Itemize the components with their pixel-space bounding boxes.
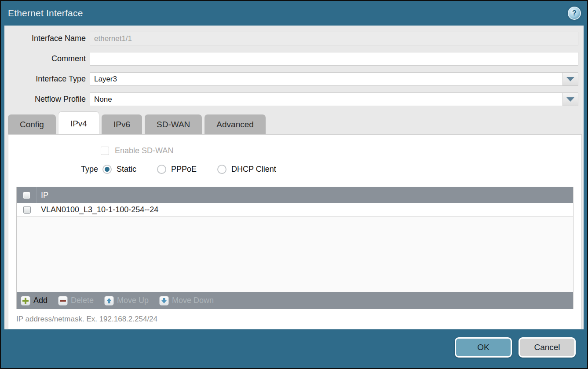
type-label: Type — [8, 165, 102, 174]
dialog-titlebar: Ethernet Interface ? — [4, 1, 584, 26]
minus-icon — [58, 296, 68, 306]
move-up-button-label: Move Up — [117, 296, 149, 305]
interface-type-row: Interface Type — [4, 72, 584, 86]
tab-config[interactable]: Config — [8, 114, 56, 134]
add-button-label: Add — [33, 296, 47, 305]
interface-name-label: Interface Name — [4, 34, 90, 43]
help-icon[interactable]: ? — [568, 7, 581, 20]
radio-static-label: Static — [117, 165, 136, 174]
comment-field[interactable] — [90, 52, 578, 66]
interface-type-field[interactable] — [90, 72, 562, 86]
cancel-button[interactable]: Cancel — [519, 337, 576, 358]
interface-type-dropdown-button[interactable] — [562, 72, 578, 86]
netflow-profile-label: Netflow Profile — [4, 95, 90, 104]
radio-button-icon — [102, 165, 112, 174]
netflow-profile-row: Netflow Profile — [4, 92, 584, 106]
tab-ipv4[interactable]: IPv4 — [58, 112, 99, 134]
radio-button-icon — [157, 165, 166, 174]
plus-icon — [21, 296, 30, 306]
comment-row: Comment — [4, 52, 584, 66]
interface-name-field — [90, 32, 578, 45]
radio-pppoe-label: PPPoE — [171, 165, 197, 174]
table-empty-area — [17, 217, 573, 292]
select-all-checkbox[interactable] — [23, 192, 30, 199]
enable-sdwan-checkbox — [101, 147, 109, 155]
ip-column-header: IP — [37, 191, 48, 200]
radio-dhcp-client[interactable]: DHCP Client — [217, 165, 276, 174]
ip-table: IP VLAN0100_L3_10-1-100-254--24 Add — [16, 187, 573, 309]
interface-type-label: Interface Type — [4, 74, 90, 84]
netflow-profile-field[interactable] — [90, 92, 562, 106]
ip-cell-value: VLAN0100_L3_10-1-100-254--24 — [37, 205, 158, 214]
ok-button[interactable]: OK — [455, 337, 512, 358]
interface-type-combobox — [90, 72, 578, 86]
ip-format-hint: IP address/netmask. Ex. 192.168.2.254/24 — [16, 315, 581, 324]
comment-label: Comment — [4, 54, 90, 63]
tab-sdwan[interactable]: SD-WAN — [145, 114, 202, 134]
tab-bar: Config IPv4 IPv6 SD-WAN Advanced — [4, 112, 584, 134]
netflow-profile-combobox — [90, 92, 578, 106]
dialog-title: Ethernet Interface — [8, 8, 83, 18]
ip-table-header: IP — [17, 187, 573, 203]
move-down-button-label: Move Down — [172, 296, 214, 305]
chevron-down-icon — [566, 77, 574, 81]
move-up-button: Move Up — [104, 296, 149, 306]
delete-button-label: Delete — [71, 296, 94, 305]
table-toolbar: Add Delete Move Up — [17, 292, 573, 309]
row-checkbox[interactable] — [23, 206, 31, 214]
radio-dhcp-client-label: DHCP Client — [231, 165, 276, 174]
delete-button: Delete — [58, 296, 94, 306]
table-row[interactable]: VLAN0100_L3_10-1-100-254--24 — [17, 203, 573, 217]
chevron-down-icon — [566, 97, 574, 102]
dialog-footer: OK Cancel — [4, 329, 584, 365]
dialog-body: Interface Name Comment Interface Type — [4, 26, 584, 329]
radio-button-icon — [217, 165, 226, 174]
radio-pppoe[interactable]: PPPoE — [157, 165, 197, 174]
add-button[interactable]: Add — [21, 296, 47, 306]
radio-static[interactable]: Static — [102, 165, 136, 174]
netflow-profile-dropdown-button[interactable] — [562, 92, 578, 106]
enable-sdwan-label: Enable SD-WAN — [115, 146, 173, 155]
move-down-button: Move Down — [159, 296, 214, 306]
tab-advanced[interactable]: Advanced — [205, 114, 266, 134]
tab-ipv6[interactable]: IPv6 — [102, 114, 142, 134]
type-radio-group: Type Static PPPoE DHCP Client — [8, 165, 581, 174]
interface-name-row: Interface Name — [4, 32, 584, 45]
arrow-down-icon — [159, 296, 169, 306]
enable-sdwan-row: Enable SD-WAN — [101, 146, 581, 155]
ethernet-interface-dialog: Ethernet Interface ? Interface Name Comm… — [0, 0, 588, 369]
ipv4-tab-panel: Enable SD-WAN Type Static PPPoE DHCP Cli… — [8, 134, 582, 329]
arrow-up-icon — [104, 296, 114, 306]
